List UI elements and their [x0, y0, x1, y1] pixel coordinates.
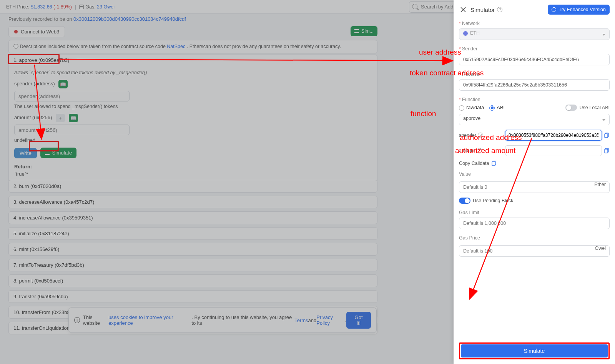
approve-accordion-header[interactable]: 1. approve (0x095ea7b3) [8, 55, 377, 66]
simulate-label: Simulate [52, 150, 72, 156]
eth-price-value[interactable]: $1,832.66 [31, 4, 52, 10]
amount-undefined-note: undefined [14, 138, 372, 143]
function-select[interactable]: approve [459, 114, 610, 125]
abi-radio[interactable]: ABI [489, 105, 505, 111]
eth-price-change: (-1.89%) [53, 4, 72, 10]
abi-spender-label: spender [459, 133, 476, 138]
copy-icon[interactable] [604, 133, 610, 138]
receiver-input[interactable] [459, 79, 610, 91]
cookie-link-1[interactable]: uses cookies to improve your experience [108, 314, 191, 326]
abi-amount-label: amount [459, 148, 475, 153]
simulator-panel: Simulator ? Try Enhanced Version *Networ… [454, 0, 615, 364]
help-icon[interactable]: ? [478, 133, 483, 138]
function-item[interactable]: 2. burn (0xd7020d0a) [8, 180, 377, 193]
info-icon: i [74, 317, 80, 323]
use-local-abi-toggle[interactable] [565, 105, 577, 111]
previous-record-prefix: Previously recorded to be on [8, 16, 73, 22]
copy-calldata-label: Copy Calldata [459, 161, 489, 166]
write-button[interactable]: Write [14, 148, 37, 158]
connect-web3-button[interactable]: Connect to Web3 [8, 26, 65, 37]
gas-price-input[interactable] [459, 245, 610, 257]
annotation-box-simulate-submit: Simulate [459, 342, 610, 359]
try-enhanced-button[interactable]: Try Enhanced Version [548, 5, 610, 15]
gas-limit-label: Gas Limit [459, 210, 479, 215]
previous-record-link[interactable]: 0x30012009b300d0430990cc301084c749940dfc… [73, 16, 186, 22]
cookie-text-2: . By continuing to use this website, you… [191, 314, 294, 326]
help-icon[interactable]: ? [497, 7, 502, 12]
amount-book-icon[interactable]: 📖 [69, 114, 78, 122]
value-unit: Ether [594, 182, 606, 187]
close-icon[interactable] [459, 5, 467, 14]
copy-icon[interactable] [604, 148, 610, 153]
amount-input[interactable] [14, 125, 130, 135]
return-label: Return: [14, 164, 372, 170]
search-icon [412, 4, 417, 9]
function-item[interactable]: 6. mint (0x156e29f6) [8, 243, 377, 256]
svg-rect-3 [605, 149, 608, 153]
function-item[interactable]: 3. decreaseAllowance (0xa457c2d7) [8, 196, 377, 208]
abi-label: ABI [497, 105, 505, 110]
gas-limit-input[interactable] [459, 218, 610, 229]
function-item[interactable]: 8. permit (0xd505accf) [8, 274, 377, 287]
natspec-link[interactable]: NatSpec [167, 44, 185, 49]
status-dot-icon [14, 30, 18, 33]
gas-price-label: Gas Price [459, 235, 480, 241]
help-icon[interactable]: ? [477, 148, 482, 153]
value-label: Value [459, 171, 471, 177]
simulate-top-label: Sim... [361, 28, 374, 34]
simulate-submit-button[interactable]: Simulate [461, 344, 608, 357]
gas-price-unit: Gwei [595, 246, 606, 251]
shuffle-icon [354, 29, 359, 33]
cookie-text-3: and [308, 317, 317, 323]
shuffle-icon [45, 151, 50, 155]
cookie-terms-link[interactable]: Terms [294, 317, 308, 323]
gas-label: Gas: [85, 4, 95, 10]
previous-record-row: Previously recorded to be on 0x30012009b… [8, 16, 186, 22]
gas-value[interactable]: 23 Gwei [97, 4, 115, 10]
amount-plus-icon[interactable]: + [56, 114, 65, 122]
info-prefix: Descriptions included below are taken fr… [20, 44, 167, 49]
copy-icon[interactable] [492, 161, 497, 166]
info-suffix: . Etherscan does not provide any guarant… [187, 44, 341, 49]
rawdata-label: rawdata [466, 105, 484, 110]
function-item[interactable]: 5. initialize (0x3118724e) [8, 227, 377, 240]
spender-input[interactable] [14, 91, 130, 101]
simulate-button[interactable]: Simulate [40, 148, 76, 158]
anno-function: function [411, 110, 436, 118]
value-input[interactable] [459, 181, 610, 193]
abi-amount-input[interactable] [505, 145, 602, 156]
spender-note: The user allowed to spend _msgSender() t… [14, 104, 372, 109]
function-item[interactable]: 7. mintToTreasury (0x7df5bd3b) [8, 259, 377, 271]
try-enhanced-label: Try Enhanced Version [558, 7, 606, 12]
sender-input[interactable] [459, 54, 610, 65]
approve-hint: Allows `spender` to spend the tokens own… [14, 70, 372, 75]
receiver-label: Receiver [462, 71, 481, 77]
amount-label: amount (uint256) [14, 115, 52, 120]
network-select: ETH [459, 28, 610, 40]
function-item[interactable]: 9. transfer (0xa9059cbb) [8, 290, 377, 303]
natspec-info-bar: ⓘ Descriptions included below are taken … [8, 40, 377, 53]
cookie-banner: i This website uses cookies to improve y… [68, 307, 377, 333]
abi-spender-input[interactable] [505, 130, 602, 141]
cookie-text-1: This website [83, 314, 108, 326]
cookie-privacy-link[interactable]: Privacy Policy [316, 314, 345, 326]
rawdata-radio[interactable]: rawdata [459, 105, 484, 111]
function-select-value: approve [463, 116, 480, 121]
use-local-abi-label: Use Local ABI [579, 105, 610, 110]
gas-icon [79, 5, 84, 9]
spender-label: spender (address) [14, 81, 55, 86]
function-item[interactable]: 4. increaseAllowance (0x39509351) [8, 211, 377, 224]
gauge-icon [552, 7, 556, 12]
spender-book-icon[interactable]: 📖 [58, 80, 68, 88]
use-pending-block-label: Use Pending Block [473, 198, 514, 203]
svg-rect-1 [605, 134, 608, 138]
panel-title: Simulator ? [470, 7, 502, 13]
use-pending-block-toggle[interactable] [459, 198, 470, 204]
eth-icon [463, 31, 468, 36]
function-label: Function [462, 97, 480, 102]
return-value: `true`* [14, 171, 372, 177]
simulate-top-button[interactable]: Sim... [351, 26, 377, 36]
cookie-gotit-button[interactable]: Got it! [346, 312, 371, 329]
svg-rect-5 [492, 162, 495, 166]
approve-accordion-body: Allows `spender` to spend the tokens own… [8, 65, 377, 183]
